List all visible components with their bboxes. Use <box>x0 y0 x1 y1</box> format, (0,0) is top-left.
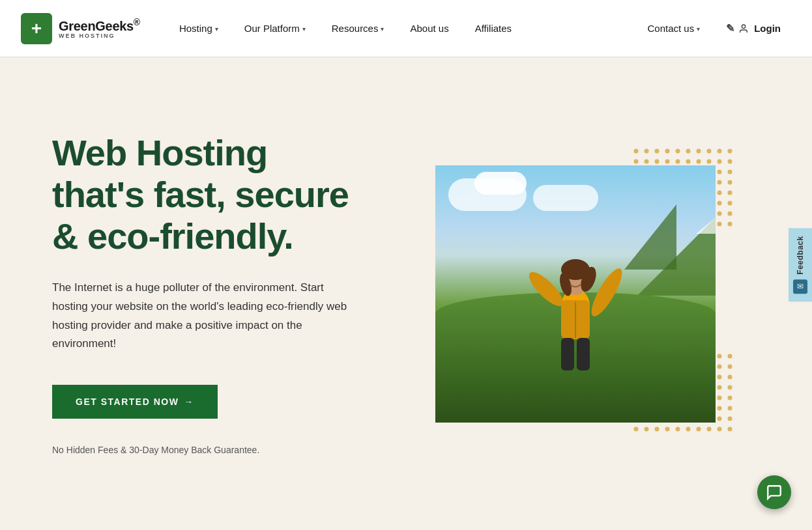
nav-item-our-platform[interactable]: Our Platform ▾ <box>231 0 319 57</box>
svg-point-106 <box>676 159 680 163</box>
brand-name: GreenGeeks® <box>59 18 140 33</box>
svg-point-95 <box>665 148 670 153</box>
svg-point-103 <box>645 159 649 163</box>
hero-description: The Internet is a huge polluter of the e… <box>52 279 352 354</box>
svg-point-90 <box>718 426 722 431</box>
svg-point-83 <box>645 426 649 431</box>
hero-image-area: // Will be replaced by inline dots <box>391 165 760 423</box>
nav-right: Contact us ▾ ✎ Login <box>637 0 791 57</box>
nav-item-affiliates[interactable]: Affiliates <box>462 0 525 57</box>
user-icon <box>738 23 749 34</box>
chevron-down-icon: ▾ <box>302 25 306 33</box>
hero-photo <box>435 165 716 423</box>
brand-sub: WEB HOSTING <box>59 33 140 39</box>
svg-point-92 <box>634 148 639 153</box>
chevron-down-icon: ▾ <box>215 25 218 33</box>
svg-point-102 <box>634 159 639 163</box>
cta-area: GET STARTED NOW → <box>52 385 352 434</box>
nav-item-hosting[interactable]: Hosting ▾ <box>166 0 231 57</box>
feedback-label: Feedback <box>796 236 805 274</box>
svg-point-41 <box>728 374 732 379</box>
svg-point-61 <box>728 395 732 400</box>
svg-point-21 <box>728 354 732 358</box>
hero-image-container: // Will be replaced by inline dots <box>435 165 716 423</box>
svg-point-51 <box>728 385 732 389</box>
svg-point-60 <box>718 395 722 400</box>
header: + GreenGeeks® WEB HOSTING Hosting ▾ Our … <box>0 0 812 57</box>
logo-link[interactable]: + GreenGeeks® WEB HOSTING <box>21 13 140 44</box>
svg-point-170 <box>718 221 722 226</box>
svg-point-91 <box>728 426 732 431</box>
svg-point-96 <box>676 148 680 153</box>
svg-point-30 <box>718 364 722 369</box>
svg-point-0 <box>742 25 746 28</box>
svg-point-101 <box>728 148 732 153</box>
svg-point-121 <box>728 169 732 174</box>
login-button[interactable]: ✎ Login <box>716 0 791 57</box>
svg-point-89 <box>707 426 712 431</box>
svg-point-20 <box>718 354 722 358</box>
svg-point-150 <box>718 201 722 205</box>
chat-icon <box>766 484 783 501</box>
svg-point-100 <box>718 148 722 153</box>
svg-point-120 <box>718 169 722 174</box>
guarantee-text: No Hidden Fees & 30-Day Money Back Guara… <box>52 445 352 455</box>
svg-point-140 <box>718 190 722 195</box>
chevron-down-icon: ▾ <box>697 25 700 33</box>
svg-point-109 <box>707 159 712 163</box>
svg-point-94 <box>655 148 660 153</box>
chat-button[interactable] <box>757 475 791 509</box>
svg-point-111 <box>728 159 732 163</box>
svg-point-7 <box>525 267 568 310</box>
logo-icon: + <box>21 13 52 44</box>
svg-point-160 <box>718 211 722 216</box>
chevron-down-icon: ▾ <box>381 25 384 33</box>
svg-point-110 <box>718 159 722 163</box>
svg-point-71 <box>728 406 732 410</box>
svg-rect-9 <box>561 338 574 370</box>
feedback-tab[interactable]: Feedback ✉ <box>789 228 812 301</box>
svg-point-108 <box>697 159 701 163</box>
svg-point-141 <box>728 190 732 195</box>
svg-point-84 <box>655 426 660 431</box>
svg-point-93 <box>645 148 649 153</box>
svg-point-85 <box>665 426 670 431</box>
svg-point-151 <box>728 201 732 205</box>
svg-point-87 <box>686 426 691 431</box>
svg-point-107 <box>686 159 691 163</box>
svg-point-82 <box>634 426 639 431</box>
user-icon: ✎ <box>726 22 734 35</box>
svg-point-80 <box>718 416 722 421</box>
svg-point-50 <box>718 385 722 389</box>
svg-point-99 <box>707 148 712 153</box>
svg-point-161 <box>728 211 732 216</box>
svg-point-171 <box>728 221 732 226</box>
feedback-icon: ✉ <box>793 280 807 294</box>
hero-content: Web Hosting that's fast, secure & eco-fr… <box>52 132 391 456</box>
nav-item-resources[interactable]: Resources ▾ <box>319 0 398 57</box>
svg-point-70 <box>718 406 722 410</box>
svg-point-131 <box>728 180 732 184</box>
svg-point-98 <box>697 148 701 153</box>
main-nav: Hosting ▾ Our Platform ▾ Resources ▾ Abo… <box>166 0 637 57</box>
svg-point-86 <box>676 426 680 431</box>
svg-point-31 <box>728 364 732 369</box>
svg-point-88 <box>697 426 701 431</box>
svg-point-105 <box>665 159 670 163</box>
hero-title: Web Hosting that's fast, secure & eco-fr… <box>52 132 352 258</box>
svg-point-81 <box>728 416 732 421</box>
svg-point-130 <box>718 180 722 184</box>
nav-item-about-us[interactable]: About us <box>397 0 461 57</box>
get-started-button[interactable]: GET STARTED NOW → <box>52 385 218 419</box>
logo-text: GreenGeeks® WEB HOSTING <box>59 18 140 40</box>
svg-point-40 <box>718 374 722 379</box>
svg-point-97 <box>686 148 691 153</box>
person-figure <box>491 227 660 423</box>
hero-section: Web Hosting that's fast, secure & eco-fr… <box>0 57 812 530</box>
contact-us-button[interactable]: Contact us ▾ <box>637 0 710 57</box>
svg-rect-10 <box>577 338 590 370</box>
svg-point-104 <box>655 159 660 163</box>
